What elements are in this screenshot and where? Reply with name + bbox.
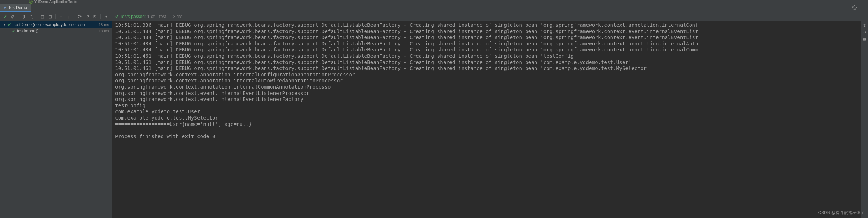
status-passed-count: 1: [147, 14, 150, 19]
editor-top-bar: ⓒ YdDemoApplicationTests: [0, 0, 868, 4]
test-tree: ▾ ✔ TestDemo (com.example.yddemo.test) 1…: [0, 21, 112, 218]
test-settings-icon[interactable]: [102, 13, 109, 20]
console-panel: ✔ Tests passed: 1 of 1 test – 18 ms 10:5…: [112, 12, 868, 218]
run-tab-label: TestDemo: [8, 5, 27, 10]
tree-child-time: 18 ms: [99, 29, 109, 33]
tree-root-label: TestDemo (com.example.yddemo.test): [13, 22, 85, 27]
tree-root-row[interactable]: ▾ ✔ TestDemo (com.example.yddemo.test) 1…: [0, 21, 112, 28]
export-tests-icon[interactable]: ↗: [84, 13, 91, 20]
gear-icon[interactable]: [852, 5, 857, 10]
tree-child-label: testImport(): [17, 28, 38, 33]
svg-point-0: [854, 7, 855, 8]
run-tab-testdemo[interactable]: ⬘ TestDemo: [0, 4, 31, 12]
editor-file-tab-label: YdDemoApplicationTests: [34, 0, 77, 4]
minimize-icon[interactable]: —: [860, 5, 865, 10]
test-toolbar: ✔ ⊘ ⇵ ⇅ ⊟ ⊡ ↑ ↓ ⟳ ↗ ⇱: [0, 12, 112, 21]
run-tab-row: ⬘ TestDemo —: [0, 4, 868, 12]
scroll-to-end-icon[interactable]: ↧: [862, 23, 867, 28]
check-icon: ✔: [115, 14, 119, 19]
check-icon: ✔: [12, 28, 15, 33]
import-tests-icon[interactable]: ⟳: [76, 13, 83, 20]
collapse-all-icon[interactable]: ⊡: [46, 13, 54, 20]
history-icon[interactable]: ⇱: [92, 13, 99, 20]
junit-icon: ⬘: [4, 5, 7, 10]
next-failed-icon[interactable]: ↓: [65, 13, 72, 20]
tree-root-time: 18 ms: [99, 23, 109, 27]
soft-wrap-icon[interactable]: ⤶: [862, 30, 867, 35]
status-prefix: Tests passed:: [120, 14, 146, 19]
check-icon: ✔: [8, 22, 11, 27]
test-tree-panel: ✔ ⊘ ⇵ ⇅ ⊟ ⊡ ↑ ↓ ⟳ ↗ ⇱ ▾ ✔ TestDemo (com.…: [0, 12, 112, 218]
watermark: CSDN @奋斗的袍子007: [818, 210, 864, 216]
expand-all-icon[interactable]: ⊟: [39, 13, 46, 20]
console-vertical-toolbar: ↧ ⤶ 🖶: [861, 21, 868, 218]
editor-file-tab[interactable]: ⓒ YdDemoApplicationTests: [25, 0, 81, 4]
show-ignored-icon[interactable]: ⊘: [9, 13, 16, 20]
sort-alpha-icon[interactable]: ⇅: [28, 13, 35, 20]
sort-down-icon[interactable]: ⇵: [20, 13, 27, 20]
chevron-down-icon: ▾: [4, 23, 7, 26]
show-passed-icon[interactable]: ✔: [1, 13, 8, 20]
print-icon[interactable]: 🖶: [862, 37, 867, 42]
prev-failed-icon[interactable]: ↑: [57, 13, 64, 20]
test-status-bar: ✔ Tests passed: 1 of 1 test – 18 ms: [112, 12, 868, 21]
console-output[interactable]: 10:51:01.336 [main] DEBUG org.springfram…: [112, 21, 868, 218]
tree-child-row[interactable]: ✔ testImport() 18 ms: [0, 28, 112, 34]
status-rest: of 1 test – 18 ms: [151, 14, 182, 19]
